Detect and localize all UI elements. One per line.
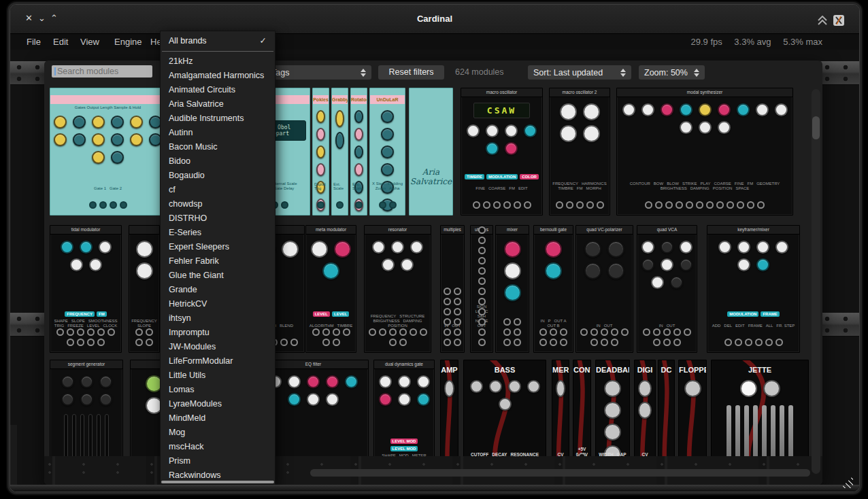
brand-menu-item[interactable]: E-Series bbox=[161, 226, 275, 240]
knob bbox=[401, 258, 414, 271]
brand-menu-item[interactable]: Bacon Music bbox=[161, 140, 275, 154]
brand-menu-item[interactable]: Autinn bbox=[161, 126, 275, 140]
module-knobs bbox=[332, 104, 348, 149]
module-card[interactable]: FREQUENCYSLOPE bbox=[129, 225, 160, 353]
module-title: keyframer/mixer bbox=[707, 226, 799, 235]
module-card[interactable]: multiplesINOUT bbox=[440, 225, 465, 353]
brand-menu-item[interactable]: Lomas bbox=[161, 383, 275, 397]
brand-menu-item[interactable]: Amalgamated Harmonics bbox=[161, 69, 275, 83]
module-card[interactable]: Gates Output Length Sample & HoldGate 1G… bbox=[50, 88, 166, 216]
brand-menu-item[interactable]: Glue the Giant bbox=[161, 269, 275, 283]
menu-item-engine[interactable]: Engine bbox=[114, 37, 141, 47]
module-card[interactable]: PokiesDigital Trig bbox=[312, 88, 329, 216]
module-chips: LEVEL MODLEVEL MOD bbox=[375, 438, 433, 451]
module-title: CONV bbox=[573, 366, 590, 374]
module-card[interactable]: keyframer/mixerADDDELEDITFRAMEALLFR. STE… bbox=[707, 225, 800, 353]
module-card[interactable]: macro oscillator 2FREQUENCYHARMONICSTIMB… bbox=[549, 88, 610, 216]
module-jacks bbox=[552, 201, 607, 209]
module-card[interactable]: tidal modulatorSHAPESLOPESMOOTHNESSTRIGF… bbox=[50, 225, 122, 353]
brand-menu-item[interactable]: JW-Modules bbox=[161, 340, 275, 354]
brand-menu-item[interactable]: Mog bbox=[161, 426, 275, 440]
jack-port bbox=[317, 201, 324, 209]
module-labels: Digital Trig bbox=[314, 182, 327, 190]
brand-menu-item[interactable]: Bogaudio bbox=[161, 169, 275, 183]
module-card[interactable]: mixer bbox=[495, 225, 529, 353]
horizontal-scrollbar[interactable] bbox=[310, 469, 810, 477]
brand-menu-item[interactable]: LifeFormModular bbox=[161, 354, 275, 368]
brand-menu-item[interactable]: Animated Circuits bbox=[161, 83, 275, 97]
cpu-max-value: 5.3% max bbox=[783, 37, 822, 47]
module-card[interactable]: meta modulatorALGORITHMTIMBRELEVELLEVEL bbox=[305, 225, 356, 353]
knob bbox=[763, 380, 780, 397]
menu-scrollbar[interactable] bbox=[161, 481, 274, 483]
jack-port bbox=[611, 328, 618, 336]
brand-menu-item[interactable]: Fehler Fabrik bbox=[161, 254, 275, 269]
knob bbox=[80, 393, 93, 406]
jack-port bbox=[444, 308, 451, 315]
brand-menu-item[interactable]: mscHack bbox=[161, 440, 275, 454]
brand-menu-item[interactable]: DISTRHO bbox=[161, 211, 275, 226]
brand-menu-selected-label: All brands bbox=[169, 33, 207, 48]
brand-menu-item[interactable]: Prism bbox=[161, 454, 275, 468]
knob bbox=[486, 124, 499, 137]
menu-item-view[interactable]: View bbox=[80, 37, 99, 47]
module-title: Grabby bbox=[332, 95, 348, 104]
module-title bbox=[129, 226, 159, 235]
brand-menu-item[interactable]: ihtsyn bbox=[161, 311, 275, 326]
knob bbox=[316, 128, 325, 141]
brand-menu-selected[interactable]: All brands ✓ bbox=[161, 33, 275, 48]
jack-port bbox=[444, 318, 451, 326]
brand-menu-item[interactable]: Bidoo bbox=[161, 154, 275, 169]
module-card[interactable]: RotatoesExt. Scale bbox=[350, 88, 367, 216]
plugin-logo-icon[interactable] bbox=[833, 15, 844, 26]
module-card[interactable]: bernoulli gateINPOUT AOUT B bbox=[533, 225, 573, 353]
vertical-scrollbar-thumb[interactable] bbox=[812, 116, 820, 139]
jack-port bbox=[333, 328, 340, 336]
module-knobs bbox=[635, 374, 655, 419]
knob bbox=[775, 103, 788, 116]
module-card[interactable]: resonatorFREQUENCYSTRUCTUREBRIGHTNESSDAM… bbox=[364, 225, 431, 353]
module-title bbox=[50, 95, 165, 104]
knob bbox=[99, 241, 112, 254]
brand-menu-item[interactable]: Expert Sleepers bbox=[161, 240, 275, 254]
jack-port bbox=[454, 339, 461, 346]
jack-port bbox=[757, 201, 765, 209]
module-title: resonator bbox=[365, 226, 431, 235]
module-card[interactable]: utilitiesSIGNLOGICS&HNOISEOUT bbox=[470, 225, 493, 353]
module-knobs bbox=[534, 235, 573, 279]
module-card[interactable]: quad VC-polarizerINOUT bbox=[575, 225, 633, 353]
module-card[interactable]: UnDuLaRX StepPaddingZoomAlpha bbox=[369, 88, 405, 216]
knob bbox=[737, 103, 750, 116]
brand-menu-item[interactable]: Audible Instruments bbox=[161, 111, 275, 126]
jack-port bbox=[556, 201, 563, 209]
brand-menu-item[interactable]: HetrickCV bbox=[161, 297, 275, 311]
menu-item-file[interactable]: File bbox=[27, 37, 41, 47]
brand-menu-item[interactable]: 21kHz bbox=[161, 54, 275, 69]
vertical-scrollbar[interactable] bbox=[812, 89, 820, 474]
menu-item-edit[interactable]: Edit bbox=[53, 37, 68, 47]
brand-menu-item[interactable]: Grande bbox=[161, 283, 275, 297]
module-card[interactable]: modal synthesizerCONTOURBOWBLOWSTRIKEPLA… bbox=[616, 88, 793, 216]
knob bbox=[316, 110, 325, 123]
knob bbox=[381, 163, 394, 176]
brand-menu-item[interactable]: Impromptu bbox=[161, 326, 275, 340]
brand-menu-item[interactable]: chowdsp bbox=[161, 197, 275, 211]
brand-menu-item[interactable]: MindMeld bbox=[161, 411, 275, 426]
module-card[interactable]: GrabbyExt. Scale bbox=[331, 88, 348, 216]
window-title: Cardinal bbox=[10, 14, 859, 24]
double-chevron-up-icon[interactable] bbox=[817, 16, 828, 28]
brand-menu-item[interactable]: Little Utils bbox=[161, 368, 275, 383]
knob bbox=[136, 241, 153, 258]
menubar: 29.9 fps 3.3% avg 5.3% max FileEditViewE… bbox=[10, 33, 859, 50]
brand-menu-item[interactable]: Aria Salvatrice bbox=[161, 97, 275, 111]
knob bbox=[92, 116, 105, 128]
brand-menu-item[interactable]: cf bbox=[161, 183, 275, 197]
module-title: UnDuLaR bbox=[370, 95, 405, 104]
module-chips: MODULATIONFRAME bbox=[709, 311, 798, 317]
brand-menu-item[interactable]: LyraeModules bbox=[161, 397, 275, 411]
module-chips: FREQUENCYFM bbox=[52, 311, 120, 317]
module-card[interactable]: quad VCAINOUT bbox=[637, 225, 697, 353]
module-card[interactable]: Aria Salvatrice bbox=[409, 88, 453, 216]
module-card[interactable]: macro oscillatorCSAWFINECOARSEFMEDITTIMB… bbox=[461, 88, 543, 216]
knob bbox=[111, 151, 124, 164]
